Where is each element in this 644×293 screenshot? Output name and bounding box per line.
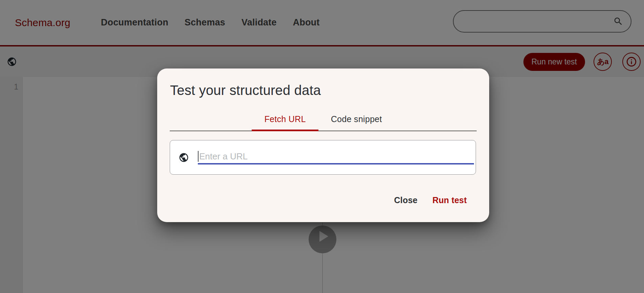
close-button[interactable]: Close bbox=[393, 194, 418, 207]
url-input-container[interactable] bbox=[170, 140, 476, 175]
tab-fetch-url[interactable]: Fetch URL bbox=[252, 108, 318, 131]
globe-icon bbox=[179, 152, 189, 163]
dialog-actions: Close Run test bbox=[393, 193, 468, 207]
dialog-title: Test your structured data bbox=[170, 83, 321, 98]
dialog-tab-bar: Fetch URL Code snippet bbox=[170, 108, 477, 131]
url-input[interactable] bbox=[199, 150, 470, 162]
schema-org-validator-page: Schema.org Documentation Schemas Validat… bbox=[0, 0, 644, 293]
run-test-button[interactable]: Run test bbox=[432, 194, 468, 207]
test-structured-data-dialog: Test your structured data Fetch URL Code… bbox=[157, 69, 489, 222]
tab-code-snippet[interactable]: Code snippet bbox=[318, 108, 395, 131]
text-cursor bbox=[198, 151, 199, 162]
url-text-field[interactable] bbox=[198, 145, 474, 164]
